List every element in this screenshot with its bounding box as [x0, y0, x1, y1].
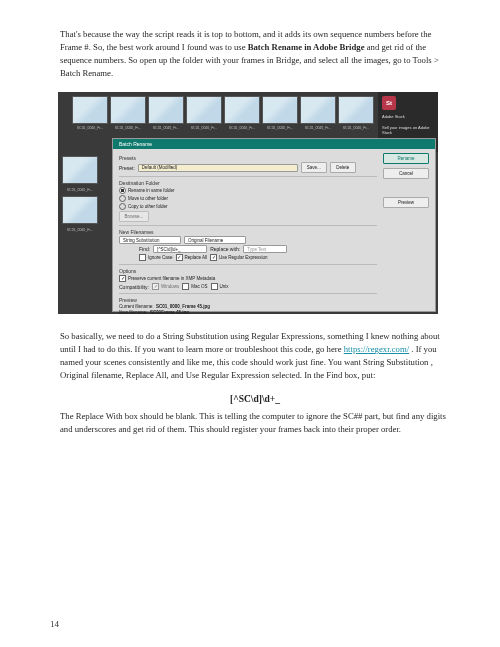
find-input[interactable]: [^SC\d]\d+_ [153, 245, 207, 253]
thumbnail-image [338, 96, 374, 124]
thumbnail-image [72, 96, 108, 124]
thumbnail-label: SC01_0040_Fr... [186, 126, 222, 130]
preview-button[interactable]: Preview [383, 197, 429, 208]
preview-section-label: Preview [119, 297, 377, 303]
adobe-stock-caption: Sell your images on Adobe Stock [382, 125, 434, 135]
adobe-stock-brand: Adobe Stock [382, 114, 434, 119]
thumbnail-image [148, 96, 184, 124]
batch-rename-dialog: Batch Rename Presets Preset: Default (Mo… [112, 138, 436, 312]
thumbnail-label: SC01_0040_Fr... [300, 126, 336, 130]
dest-copy-radio[interactable]: Copy to other folder [119, 203, 168, 210]
dest-move-radio[interactable]: Move to other folder [119, 195, 168, 202]
thumbnail-image[interactable] [62, 156, 98, 184]
thumbnail-label: SC01_0040_Fr... [338, 126, 374, 130]
compat-windows-checkbox[interactable]: Windows [152, 283, 179, 290]
regex-code: [^SC\d]\d+_ [60, 394, 450, 404]
new-filename-label: New filename: [119, 310, 148, 314]
cancel-button[interactable]: Cancel [383, 168, 429, 179]
bridge-side-column: SC01_0040_Fr... SC01_0040_Fr... [58, 152, 110, 314]
thumbnail-label: SC01_0040_Fr... [62, 188, 98, 192]
paragraph-1: That's because the way the script reads … [60, 28, 450, 80]
destination-section-label: Destination Folder [119, 180, 377, 186]
thumbnail-label: SC01_0040_Fr... [148, 126, 184, 130]
paragraph-3: The Replace With box should be blank. Th… [60, 410, 450, 436]
adobe-stock-icon: St [382, 96, 396, 110]
current-filename-label: Current filename: [119, 304, 154, 309]
thumbnail-label: SC01_0040_Fr... [224, 126, 260, 130]
delete-preset-button[interactable]: Delete [330, 162, 356, 173]
new-filenames-section-label: New Filenames [119, 229, 377, 235]
thumbnail-label: SC01_0040_Fr... [110, 126, 146, 130]
current-filename-value: SC01_0000_Frame 45.jpg [156, 304, 210, 309]
ignore-case-checkbox[interactable]: Ignore Case [139, 254, 173, 261]
thumbnail-image [224, 96, 260, 124]
paragraph-2: So basically, we need to do a String Sub… [60, 330, 450, 382]
presets-section-label: Presets [119, 155, 377, 161]
thumbnail-image [186, 96, 222, 124]
thumbnail-label: SC01_0040_Fr... [72, 126, 108, 130]
preset-field-label: Preset: [119, 165, 135, 171]
compat-mac-checkbox[interactable]: Mac OS [182, 283, 207, 290]
replace-all-checkbox[interactable]: Replace All [176, 254, 208, 261]
batch-rename-screenshot: SC01_0040_Fr... SC01_0040_Fr... SC01_004… [58, 92, 438, 314]
thumbnail[interactable]: SC01_0040_Fr... [72, 96, 108, 152]
replace-input[interactable]: Type Text [243, 245, 287, 253]
thumbnail-label: SC01_0040_Fr... [262, 126, 298, 130]
find-label: Find: [139, 246, 150, 252]
replace-label: Replace with: [210, 246, 240, 252]
rename-button[interactable]: Rename [383, 153, 429, 164]
thumbnail-label: SC01_0040_Fr... [62, 228, 98, 232]
options-section-label: Options [119, 268, 377, 274]
dialog-titlebar: Batch Rename [113, 139, 435, 149]
compat-unix-checkbox[interactable]: Unix [211, 283, 229, 290]
thumbnail-image [110, 96, 146, 124]
page-number: 14 [50, 619, 59, 629]
compatibility-label: Compatibility: [119, 284, 149, 290]
save-preset-button[interactable]: Save... [301, 162, 327, 173]
dest-same-radio[interactable]: Rename in same folder [119, 187, 175, 194]
preset-dropdown[interactable]: Default (Modified) [138, 164, 298, 172]
filename-type-dropdown[interactable]: String Substitution [119, 236, 181, 244]
use-regex-checkbox[interactable]: Use Regular Expression [210, 254, 268, 261]
preserve-xmp-checkbox[interactable]: Preserve current filename in XMP Metadat… [119, 275, 215, 282]
regexr-link[interactable]: https://regexr.com/ [344, 344, 409, 354]
new-filename-value: SC01Frame 45.jpg [150, 310, 189, 314]
thumbnail-image[interactable] [62, 196, 98, 224]
browse-button[interactable]: Browse... [119, 211, 149, 222]
original-filename-dropdown[interactable]: Original Filename [184, 236, 246, 244]
thumbnail-image [300, 96, 336, 124]
p1-bold: Batch Rename in Adobe Bridge [248, 42, 365, 52]
thumbnail-image [262, 96, 298, 124]
